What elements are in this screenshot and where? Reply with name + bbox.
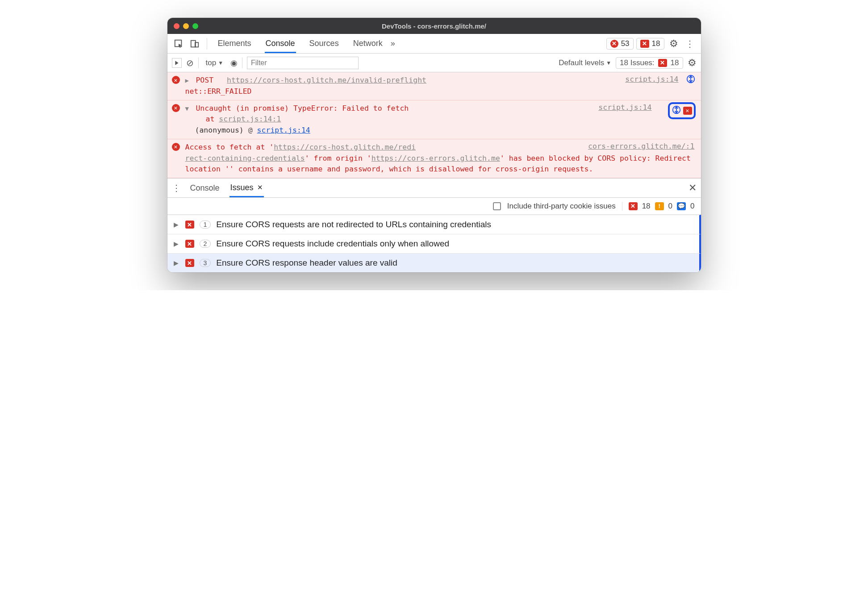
settings-icon[interactable]: ⚙ [667, 37, 680, 50]
console-toolbar: ⊘ top ▼ ◉ Default levels ▼ 18 Issues: ✕ … [167, 54, 701, 72]
levels-label: Default levels [559, 58, 604, 67]
separator [198, 58, 199, 68]
drawer-tab-issues[interactable]: Issues ✕ [230, 179, 264, 197]
log-levels-selector[interactable]: Default levels ▼ [559, 58, 611, 67]
console-error-row[interactable]: ✕ ▼ Uncaught (in promise) TypeError: Fai… [167, 100, 701, 139]
issue-icon: ✕ [658, 59, 667, 67]
stack-fn: (anonymous) [195, 126, 244, 134]
drawer-tab-console[interactable]: Console [189, 179, 221, 196]
filter-input[interactable] [247, 57, 359, 69]
traffic-lights [174, 23, 198, 29]
titlebar: DevTools - cors-errors.glitch.me/ [167, 18, 701, 34]
issue-warn-icon: ! [655, 202, 664, 210]
drawer-tabbar: ⋮ Console Issues ✕ ✕ [167, 178, 701, 198]
panel-tabs: Elements Console Sources Network [217, 34, 384, 53]
issues-count: 18 [671, 58, 679, 67]
expand-icon[interactable]: ▶ [185, 76, 192, 85]
blocked-url[interactable]: https://cors-host.glitch.me/redi [274, 143, 416, 151]
clear-console-icon[interactable]: ⊘ [186, 58, 194, 68]
tab-sources[interactable]: Sources [309, 34, 340, 53]
console-settings-icon[interactable]: ⚙ [688, 57, 697, 69]
issue-count: 18 [652, 39, 660, 48]
minimize-window-icon[interactable] [183, 23, 189, 29]
issue-icon: ✕ [185, 221, 194, 229]
chevron-down-icon: ▼ [606, 60, 611, 66]
third-party-checkbox[interactable] [493, 202, 501, 210]
separator [207, 38, 207, 50]
issue-count-pill: 1 [200, 221, 211, 229]
issue-count-pill: 2 [200, 240, 211, 248]
issue-warn-count: 0 [668, 202, 672, 211]
issue-title: Ensure CORS response header values are v… [216, 258, 397, 268]
checkbox-label: Include third-party cookie issues [507, 202, 616, 211]
error-count-badge[interactable]: ✕ 53 [606, 38, 634, 50]
error-icon: ✕ [172, 76, 180, 84]
source-location[interactable]: script.js:14 [598, 103, 651, 112]
stack-link[interactable]: script.js:14:1 [219, 115, 281, 123]
console-error-row[interactable]: ✕ ▶ POST https://cors-host.glitch.me/inv… [167, 72, 701, 100]
expand-icon[interactable]: ▶ [174, 259, 180, 267]
tab-elements[interactable]: Elements [217, 34, 252, 53]
issue-row[interactable]: ▶ ✕ 1 Ensure CORS requests are not redir… [167, 215, 701, 234]
issue-error-count: 18 [642, 202, 651, 211]
issue-counts: ✕ 18 ! 0 💬 0 [622, 202, 695, 211]
highlighted-actions: ✕ [668, 102, 696, 119]
issue-row[interactable]: ▶ ✕ 3 Ensure CORS response header values… [167, 253, 701, 272]
drawer-menu-icon[interactable]: ⋮ [172, 183, 180, 193]
zoom-window-icon[interactable] [192, 23, 198, 29]
expand-icon[interactable]: ▶ [174, 240, 180, 247]
issue-icon: ✕ [185, 240, 194, 248]
error-code: net::ERR_FAILED [185, 87, 252, 96]
error-icon: ✕ [172, 104, 180, 112]
source-location[interactable]: cors-errors.glitch.me/:1 [588, 142, 694, 150]
separator [242, 58, 242, 68]
live-expression-icon[interactable]: ◉ [230, 58, 238, 68]
stack-at: at script.js:14:1 [206, 115, 281, 123]
device-toolbar-icon[interactable] [188, 37, 201, 50]
network-panel-icon[interactable] [686, 74, 696, 86]
issue-title: Ensure CORS requests include credentials… [216, 239, 449, 249]
error-icon: ✕ [172, 143, 180, 151]
issues-summary[interactable]: 18 Issues: ✕ 18 [616, 57, 683, 69]
tabs-overflow-icon[interactable]: » [391, 39, 395, 48]
issues-toolbar: Include third-party cookie issues ✕ 18 !… [167, 198, 701, 215]
request-url[interactable]: https://cors-host.glitch.me/invalid-pref… [227, 76, 426, 84]
stack-at-symbol: @ [248, 126, 253, 134]
chevron-down-icon: ▼ [218, 60, 223, 66]
issue-icon: ✕ [640, 40, 649, 48]
toggle-sidebar-icon[interactable] [172, 58, 182, 68]
error-message: Uncaught (in promise) TypeError: Failed … [196, 104, 409, 112]
issue-icon[interactable]: ✕ [683, 107, 692, 115]
stack-source-link[interactable]: script.js:14 [257, 126, 310, 134]
issue-row[interactable]: ▶ ✕ 2 Ensure CORS requests include crede… [167, 234, 701, 253]
context-label: top [206, 58, 217, 67]
issue-icon: ✕ [185, 259, 194, 267]
msg-text: Access to fetch at ' [185, 143, 274, 151]
window-title: DevTools - cors-errors.glitch.me/ [382, 22, 486, 30]
origin-url[interactable]: https://cors-errors.glitch.me [371, 154, 500, 162]
close-window-icon[interactable] [174, 23, 179, 29]
main-tabbar: Elements Console Sources Network » ✕ 53 … [167, 34, 701, 54]
error-icon: ✕ [610, 40, 618, 48]
tab-console[interactable]: Console [265, 34, 296, 53]
context-selector[interactable]: top ▼ [203, 58, 226, 68]
network-panel-icon[interactable] [672, 105, 681, 117]
msg-text: ' from origin ' [305, 154, 371, 162]
issue-info-count: 0 [690, 202, 694, 211]
error-count: 53 [621, 39, 630, 48]
close-tab-icon[interactable]: ✕ [257, 183, 263, 192]
source-location[interactable]: script.js:14 [625, 75, 678, 83]
expand-icon[interactable]: ▶ [174, 221, 180, 228]
issues-label: 18 Issues: [620, 58, 655, 67]
inspect-element-icon[interactable] [172, 37, 185, 50]
more-menu-icon[interactable]: ⋮ [683, 37, 697, 50]
tab-network[interactable]: Network [352, 34, 384, 53]
close-drawer-icon[interactable]: ✕ [689, 182, 697, 194]
console-messages: ✕ ▶ POST https://cors-host.glitch.me/inv… [167, 72, 701, 178]
http-method: POST [196, 76, 213, 84]
issue-count-badge[interactable]: ✕ 18 [636, 38, 664, 50]
collapse-icon[interactable]: ▼ [185, 104, 192, 113]
blocked-url-cont[interactable]: rect-containing-credentials [185, 154, 305, 162]
drawer-tab-label: Issues [230, 183, 254, 192]
console-error-row[interactable]: ✕ Access to fetch at 'https://cors-host.… [167, 139, 701, 178]
